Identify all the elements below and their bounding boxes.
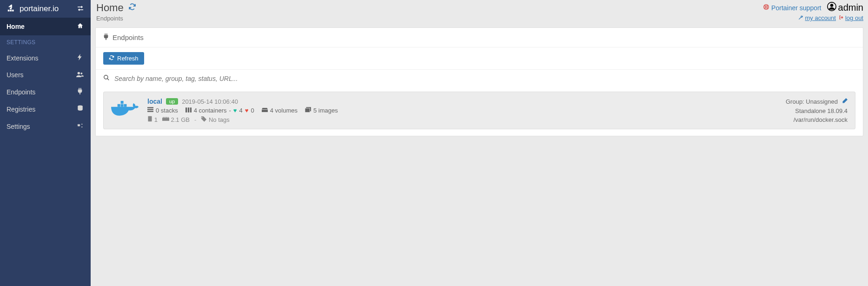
endpoint-timestamp: 2019-05-14 10:06:40	[182, 98, 238, 105]
database-icon	[76, 105, 84, 113]
svg-point-5	[78, 72, 80, 74]
tags-icon	[201, 116, 207, 123]
svg-point-38	[202, 117, 203, 118]
svg-point-10	[81, 126, 82, 127]
breadcrumb: Endpoints	[96, 15, 136, 22]
endpoint-version: Standalone 18.09.4	[786, 107, 848, 114]
stacks-icon	[147, 107, 153, 114]
nav-registries-label: Registries	[7, 106, 35, 113]
wrench-icon	[798, 14, 803, 21]
sidebar: portainer.io Home SETTINGS Extensions Us…	[0, 0, 91, 286]
brand-logo[interactable]: portainer.io	[7, 4, 59, 14]
endpoints-panel: Endpoints Refresh local up	[95, 27, 863, 136]
svg-rect-21	[121, 104, 124, 107]
endpoint-card[interactable]: local up 2019-05-14 10:06:40 0 stacks 4 …	[103, 92, 855, 129]
edit-endpoint-icon[interactable]	[841, 98, 848, 106]
search-icon	[103, 74, 110, 82]
svg-point-9	[81, 124, 82, 125]
lifebuoy-icon	[763, 4, 769, 12]
nav-extensions[interactable]: Extensions	[0, 49, 91, 67]
svg-rect-29	[190, 107, 191, 113]
endpoint-group: Group: Unassigned	[786, 98, 838, 105]
svg-rect-0	[8, 10, 10, 12]
page-title: Home	[96, 2, 136, 14]
bolt-icon	[76, 54, 84, 62]
svg-rect-34	[163, 117, 164, 118]
portainer-icon	[7, 4, 17, 14]
svg-rect-22	[124, 104, 126, 107]
search-row	[96, 69, 863, 87]
nav-extensions-label: Extensions	[7, 54, 38, 62]
svg-rect-23	[121, 101, 124, 104]
stat-cpu: 1	[147, 116, 158, 123]
portainer-support-link[interactable]: Portainer support	[763, 4, 821, 12]
nav-endpoints[interactable]: Endpoints	[0, 83, 91, 100]
plug-icon	[103, 33, 109, 41]
sidebar-header: portainer.io	[0, 0, 91, 18]
svg-rect-20	[118, 104, 120, 107]
nav-settings-label: Settings	[7, 123, 30, 130]
nav-registries[interactable]: Registries	[0, 100, 91, 118]
nav-endpoints-label: Endpoints	[7, 88, 35, 96]
brand-text: portainer.io	[20, 4, 59, 13]
stat-tags: No tags	[201, 116, 229, 123]
my-account-link[interactable]: my account	[798, 14, 835, 21]
panel-title: Endpoints	[96, 28, 863, 47]
nav-home[interactable]: Home	[0, 18, 91, 35]
heartbeat-healthy-icon: ♥	[233, 107, 237, 114]
main-content: Home Endpoints Portainer support admin	[91, 0, 868, 286]
svg-rect-33	[162, 118, 169, 121]
svg-rect-36	[166, 117, 167, 118]
stat-containers: 4 containers - ♥ 4 ♥ 0	[186, 107, 254, 114]
svg-point-14	[830, 4, 833, 7]
svg-point-15	[104, 75, 108, 79]
images-icon	[305, 107, 311, 114]
refresh-button[interactable]: Refresh	[103, 52, 144, 65]
volumes-icon	[262, 107, 268, 114]
user-circle-icon	[827, 2, 836, 13]
svg-rect-31	[305, 108, 310, 113]
svg-rect-2	[12, 10, 14, 12]
svg-rect-1	[10, 10, 12, 12]
collapse-sidebar-icon[interactable]	[77, 5, 84, 13]
home-icon	[76, 22, 84, 31]
stat-images: 5 images	[305, 107, 338, 114]
containers-icon	[186, 107, 192, 114]
docker-logo	[111, 100, 139, 122]
cpu-icon	[147, 116, 152, 123]
cogs-icon	[76, 122, 84, 130]
svg-rect-35	[165, 117, 166, 118]
svg-point-6	[80, 73, 82, 74]
endpoint-name: local	[147, 98, 162, 105]
svg-rect-28	[188, 107, 189, 113]
nav-settings[interactable]: Settings	[0, 118, 91, 135]
nav-users[interactable]: Users	[0, 67, 91, 83]
logout-link[interactable]: log out	[839, 14, 863, 21]
username: admin	[838, 2, 863, 13]
stat-ram: 2.1 GB	[162, 116, 190, 123]
nav-section-settings: SETTINGS	[0, 35, 91, 49]
stat-stacks: 0 stacks	[147, 107, 178, 114]
svg-rect-32	[148, 116, 152, 121]
svg-rect-37	[168, 117, 169, 118]
svg-rect-25	[147, 109, 153, 110]
nav-users-label: Users	[7, 71, 24, 79]
page-refresh-icon[interactable]	[128, 3, 136, 13]
svg-rect-26	[147, 111, 153, 112]
page-header: Home Endpoints Portainer support admin	[95, 0, 868, 25]
signout-icon	[839, 14, 844, 21]
stat-volumes: 4 volumes	[262, 107, 298, 114]
memory-icon	[162, 116, 169, 123]
users-icon	[76, 71, 84, 79]
svg-rect-27	[186, 107, 187, 113]
refresh-icon	[109, 55, 114, 62]
user-badge: admin	[827, 2, 863, 13]
endpoint-status-badge: up	[166, 98, 178, 105]
nav-home-label: Home	[7, 23, 25, 30]
svg-point-12	[765, 6, 768, 8]
search-input[interactable]	[114, 75, 855, 82]
plug-icon	[76, 88, 84, 96]
endpoint-socket: /var/run/docker.sock	[786, 116, 848, 123]
svg-rect-24	[147, 107, 153, 108]
svg-rect-4	[11, 5, 12, 8]
